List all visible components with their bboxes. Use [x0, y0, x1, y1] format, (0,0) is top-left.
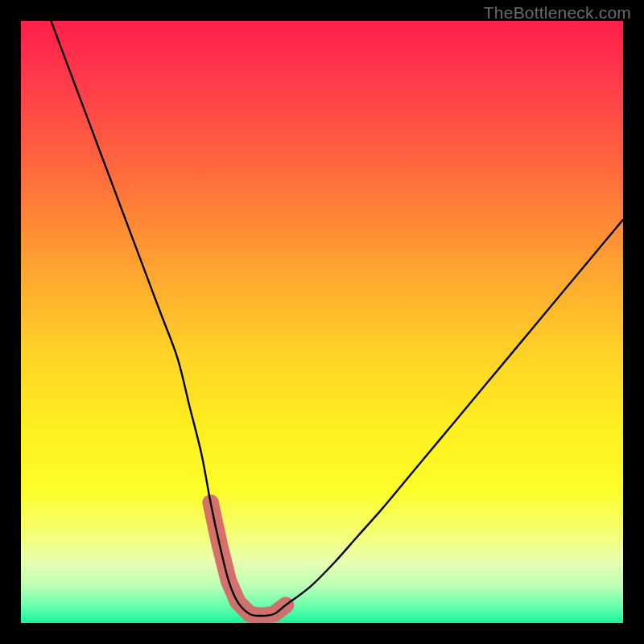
chart-frame: TheBottleneck.com [0, 0, 644, 644]
plot-area [21, 21, 623, 623]
bottleneck-curve [51, 21, 623, 616]
curve-layer [21, 21, 623, 623]
watermark-text: TheBottleneck.com [484, 3, 631, 23]
highlight-markers [211, 502, 287, 616]
